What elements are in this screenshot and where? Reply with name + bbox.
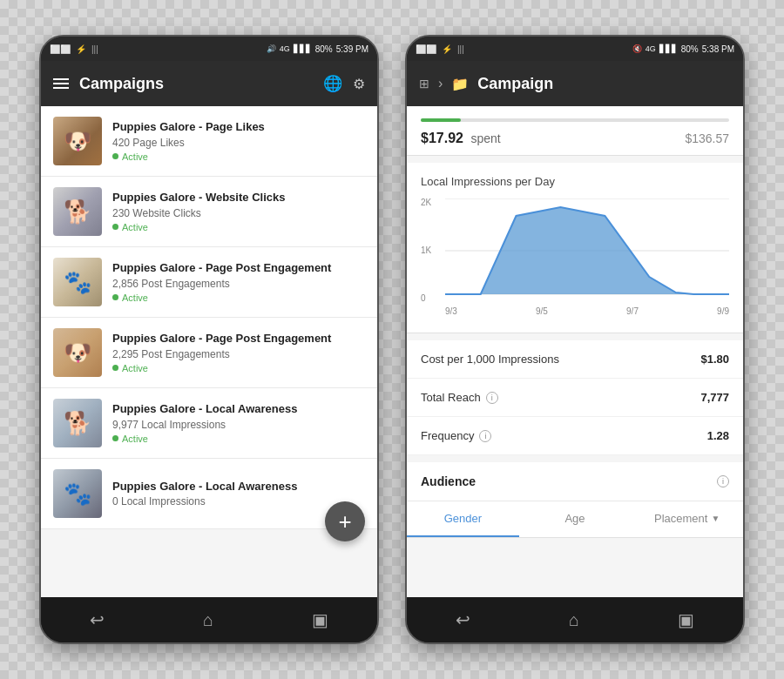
spent-amount: $17.92 (421, 131, 463, 145)
y-label-1k: 1K (421, 246, 431, 255)
time-right: 5:38 PM (702, 44, 734, 54)
add-campaign-fab[interactable]: + (325, 501, 365, 541)
metric-row-reach: Total Reach i 7,777 (407, 379, 743, 417)
campaign-sub-2: 230 Website Clicks (112, 207, 365, 219)
y-label-0: 0 (421, 294, 431, 303)
chart-area: 2K 1K 0 (421, 198, 729, 320)
campaign-info-2: Puppies Galore - Website Clicks 230 Webs… (112, 191, 365, 232)
back-button-right[interactable]: ↩ (456, 609, 470, 630)
campaign-info-1: Puppies Galore - Page Likes 420 Page Lik… (112, 120, 365, 162)
campaigns-title: Campaigns (79, 75, 313, 93)
globe-icon[interactable]: 🌐 (323, 74, 342, 93)
campaign-item-4[interactable]: 🐶 Puppies Galore - Page Post Engagement … (41, 318, 377, 388)
filter-icon[interactable]: ⚙ (353, 76, 365, 92)
reach-value: 7,777 (700, 391, 729, 404)
x-label-95: 9/5 (536, 306, 548, 316)
campaign-status-5: Active (112, 434, 365, 444)
left-phone: ⬜⬜ ⚡ ||| 🔊 4G ▋▋▋ 80% 5:39 PM Campaigns … (39, 35, 379, 644)
status-info-left: 🔊 4G ▋▋▋ 80% 5:39 PM (267, 44, 368, 54)
spent-label: spent (470, 131, 500, 145)
status-icons-right: ⬜⬜ ⚡ ||| (416, 44, 464, 54)
home-button-left[interactable]: ⌂ (203, 610, 213, 630)
y-label-2k: 2K (421, 198, 431, 207)
audience-section: Audience i Gender Age Placement ▼ (407, 462, 743, 538)
campaign-name-1: Puppies Galore - Page Likes (112, 120, 365, 135)
campaign-info-5: Puppies Galore - Local Awareness 9,977 L… (112, 402, 365, 444)
cpm-value: $1.80 (700, 353, 729, 366)
placement-dropdown[interactable]: Placement ▼ (631, 512, 743, 525)
campaign-item-3[interactable]: 🐾 Puppies Galore - Page Post Engagement … (41, 247, 377, 318)
volume-icon-right: 🔇 (632, 44, 642, 53)
status-dot-3 (112, 294, 118, 300)
campaign-item-2[interactable]: 🐕 Puppies Galore - Website Clicks 230 We… (41, 177, 377, 247)
campaigns-content: 🐶 Puppies Galore - Page Likes 420 Page L… (41, 106, 377, 597)
time-left: 5:39 PM (336, 44, 368, 54)
x-label-93: 9/3 (445, 306, 457, 316)
chevron-down-icon: ▼ (711, 514, 720, 523)
audience-tabs: Gender Age Placement ▼ (407, 501, 743, 538)
volume-icon: 🔊 (267, 44, 276, 53)
campaign-thumb-2: 🐕 (53, 187, 102, 236)
chart-title: Local Impressions per Day (421, 175, 729, 188)
campaign-name-5: Puppies Galore - Local Awareness (112, 402, 365, 417)
campaign-sub-1: 420 Page Likes (112, 137, 365, 149)
frequency-value: 1.28 (707, 429, 729, 442)
campaign-status-2: Active (112, 222, 365, 232)
right-phone: ⬜⬜ ⚡ ||| 🔇 4G ▋▋▋ 80% 5:38 PM ⊞ › 📁 Camp… (405, 35, 745, 644)
status-dot-2 (112, 224, 118, 230)
home-button-right[interactable]: ⌂ (569, 610, 579, 630)
campaign-status-1: Active (112, 151, 365, 162)
signal-bars-right: ▋▋▋ (659, 44, 678, 53)
folder-icon: 📁 (451, 76, 469, 92)
chart-y-labels: 2K 1K 0 (421, 198, 431, 320)
campaign-status-4: Active (112, 363, 365, 373)
budget-amount: $136.57 (685, 131, 729, 145)
tab-age[interactable]: Age (519, 501, 632, 537)
recents-button-right[interactable]: ▣ (678, 609, 694, 630)
tab-gender[interactable]: Gender (407, 501, 519, 537)
back-button-left[interactable]: ↩ (90, 609, 105, 630)
campaign-item-1[interactable]: 🐶 Puppies Galore - Page Likes 420 Page L… (41, 106, 377, 177)
status-dot-4 (112, 365, 118, 371)
progress-bar-background (421, 118, 729, 122)
tab-placement[interactable]: Placement ▼ (631, 501, 743, 537)
signal-bars: ▋▋▋ (294, 44, 312, 53)
campaign-item-5[interactable]: 🐕 Puppies Galore - Local Awareness 9,977… (41, 388, 377, 459)
status-bar-left: ⬜⬜ ⚡ ||| 🔊 4G ▋▋▋ 80% 5:39 PM (41, 37, 377, 61)
network-icon-right: 4G (645, 44, 656, 53)
campaign-name-2: Puppies Galore - Website Clicks (112, 191, 365, 205)
chart-x-labels: 9/3 9/5 9/7 9/9 (445, 306, 729, 316)
audience-info-icon[interactable]: i (717, 475, 729, 487)
campaign-sub-4: 2,295 Post Engagements (112, 348, 365, 360)
breadcrumb-chevron-icon: › (438, 76, 443, 91)
x-label-97: 9/7 (626, 306, 639, 316)
frequency-info-icon[interactable]: i (479, 430, 491, 442)
reach-label: Total Reach i (421, 391, 498, 404)
campaign-info-4: Puppies Galore - Page Post Engagement 2,… (112, 332, 365, 373)
app-bar-campaigns: Campaigns 🌐 ⚙ (41, 61, 377, 106)
chart-section: Local Impressions per Day 2K 1K 0 (407, 163, 743, 333)
menu-button[interactable] (53, 78, 69, 89)
campaign-sub-3: 2,856 Post Engagements (112, 278, 365, 290)
recents-button-left[interactable]: ▣ (312, 609, 328, 630)
status-dot-5 (112, 435, 118, 441)
spent-info: $17.92 spent (421, 131, 501, 146)
campaign-status-3: Active (112, 292, 365, 303)
status-icons-left: ⬜⬜ ⚡ ||| (50, 44, 98, 54)
campaign-thumb-4: 🐶 (53, 328, 102, 377)
cpm-label: Cost per 1,000 Impressions (421, 353, 559, 366)
campaign-detail-content: $17.92 spent $136.57 Local Impressions p… (407, 106, 743, 597)
metrics-section: Cost per 1,000 Impressions $1.80 Total R… (407, 340, 743, 455)
campaign-name-3: Puppies Galore - Page Post Engagement (112, 261, 365, 276)
campaign-info-3: Puppies Galore - Page Post Engagement 2,… (112, 261, 365, 303)
breadcrumb-grid-icon[interactable]: ⊞ (419, 77, 429, 91)
reach-info-icon[interactable]: i (486, 392, 498, 404)
frequency-label: Frequency i (421, 429, 491, 442)
campaign-thumb-3: 🐾 (53, 258, 102, 306)
status-info-right: 🔇 4G ▋▋▋ 80% 5:38 PM (632, 44, 734, 54)
campaign-info-6: Puppies Galore - Local Awareness 0 Local… (112, 480, 365, 508)
x-label-99: 9/9 (717, 306, 729, 316)
metric-row-frequency: Frequency i 1.28 (407, 417, 743, 455)
campaign-name-4: Puppies Galore - Page Post Engagement (112, 332, 365, 346)
app-bar-campaign-detail: ⊞ › 📁 Campaign (407, 61, 743, 106)
